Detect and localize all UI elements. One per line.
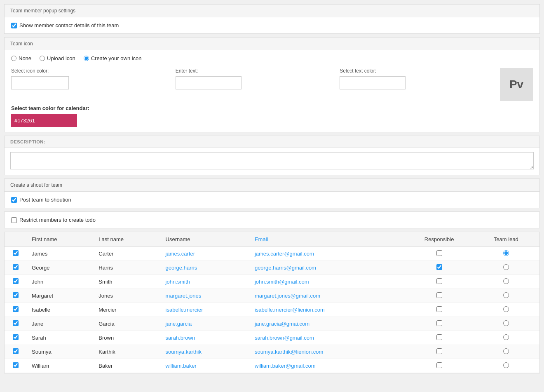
icon-radio-group: None Upload icon Create your own icon: [11, 55, 533, 61]
responsible-checkbox[interactable]: [436, 348, 442, 354]
row-select-checkbox[interactable]: [13, 278, 19, 284]
row-select-checkbox[interactable]: [13, 306, 19, 312]
teamlead-radio[interactable]: [503, 320, 509, 326]
icon-preview-box: Pv: [500, 68, 533, 101]
members-table: First name Last name Username Email Resp…: [5, 232, 539, 373]
cell-firstname: William: [27, 359, 94, 373]
radio-none-input[interactable]: [11, 56, 16, 61]
cell-responsible: [406, 247, 472, 261]
responsible-checkbox[interactable]: [436, 362, 442, 368]
responsible-checkbox[interactable]: [436, 306, 442, 312]
cell-teamlead: [473, 275, 539, 289]
calendar-color-section: Select team color for calendar: #c73261: [11, 105, 533, 127]
row-select-checkbox[interactable]: [13, 264, 19, 270]
team-icon-section: Team icon None Upload icon Create your o…: [4, 37, 540, 132]
show-member-checkbox[interactable]: [11, 23, 17, 28]
row-select-checkbox[interactable]: [13, 334, 19, 340]
members-table-section: First name Last name Username Email Resp…: [4, 232, 540, 373]
col-header-username: Username: [161, 232, 250, 247]
table-row: JaneGarciajane.garciajane.gracia@gmai.co…: [5, 317, 539, 331]
cell-firstname: Jane: [27, 317, 94, 331]
popup-settings-body: Show member contact details of this team: [5, 17, 539, 33]
cell-email: john.smith@gmail.com: [250, 275, 406, 289]
row-select-checkbox[interactable]: [13, 362, 19, 368]
col-header-email: Email: [250, 232, 406, 247]
restrict-checkbox[interactable]: [11, 217, 17, 223]
cell-email: sarah.brown@gmail.com: [250, 331, 406, 345]
radio-upload-input[interactable]: [40, 56, 45, 61]
radio-none-label: None: [19, 55, 31, 61]
icon-color-input[interactable]: [11, 76, 69, 89]
description-section: DESCRIPTION:: [4, 136, 540, 175]
post-shout-checkbox[interactable]: [11, 197, 17, 203]
teamlead-radio[interactable]: [503, 334, 509, 340]
responsible-checkbox[interactable]: [436, 334, 442, 340]
cell-username: sarah.brown: [161, 331, 250, 345]
teamlead-radio[interactable]: [503, 292, 509, 298]
cell-lastname: Baker: [94, 359, 160, 373]
row-select-checkbox[interactable]: [13, 320, 19, 326]
cell-firstname: Margaret: [27, 289, 94, 303]
table-row: JamesCarterjames.carterjames.carter@gmai…: [5, 247, 539, 261]
text-color-input[interactable]: [340, 76, 406, 89]
cell-responsible: [406, 345, 472, 359]
cell-teamlead: [473, 303, 539, 317]
cell-username: margaret.jones: [161, 289, 250, 303]
row-select-checkbox[interactable]: [13, 292, 19, 298]
cell-lastname: Harris: [94, 261, 160, 275]
cell-email: soumya.karthik@lienion.com: [250, 345, 406, 359]
col-header-teamlead: Team lead: [473, 232, 539, 247]
col-header-check: [5, 232, 27, 247]
cell-firstname: Isabelle: [27, 303, 94, 317]
cell-responsible: [406, 261, 472, 275]
teamlead-radio[interactable]: [503, 306, 509, 312]
cell-email: isabelle.mercier@lienion.com: [250, 303, 406, 317]
responsible-checkbox[interactable]: [436, 250, 442, 256]
show-member-row: Show member contact details of this team: [11, 22, 533, 28]
cell-responsible: [406, 317, 472, 331]
cell-username: isabelle.mercier: [161, 303, 250, 317]
cell-responsible: [406, 359, 472, 373]
row-select-checkbox[interactable]: [13, 250, 19, 256]
cell-teamlead: [473, 289, 539, 303]
teamlead-radio[interactable]: [503, 278, 509, 284]
responsible-checkbox[interactable]: [436, 320, 442, 326]
teamlead-radio[interactable]: [503, 348, 509, 354]
icon-color-label: Select icon color:: [11, 68, 163, 74]
cell-username: george.harris: [161, 261, 250, 275]
description-header: DESCRIPTION:: [5, 136, 539, 148]
cell-firstname: Sarah: [27, 331, 94, 345]
description-textarea[interactable]: [10, 152, 534, 169]
restrict-label: Restrict members to create todo: [19, 217, 96, 223]
cell-teamlead: [473, 345, 539, 359]
col-header-firstname: First name: [27, 232, 94, 247]
cell-username: william.baker: [161, 359, 250, 373]
cell-username: soumya.karthik: [161, 345, 250, 359]
responsible-checkbox[interactable]: [436, 292, 442, 298]
team-icon-body: None Upload icon Create your own icon Se…: [5, 50, 539, 132]
teamlead-radio[interactable]: [503, 362, 509, 368]
calendar-color-label: Select team color for calendar:: [11, 105, 533, 111]
row-select-checkbox[interactable]: [13, 348, 19, 354]
radio-create-input[interactable]: [84, 56, 89, 61]
cell-lastname: Jones: [94, 289, 160, 303]
responsible-checkbox[interactable]: [436, 278, 442, 284]
cell-teamlead: [473, 331, 539, 345]
cell-username: john.smith: [161, 275, 250, 289]
teamlead-radio[interactable]: [503, 250, 509, 256]
cell-firstname: John: [27, 275, 94, 289]
popup-settings-section: Team member popup settings Show member c…: [4, 4, 540, 34]
cell-responsible: [406, 289, 472, 303]
teamlead-radio[interactable]: [503, 264, 509, 270]
cell-lastname: Carter: [94, 247, 160, 261]
shout-header: Create a shout for team: [5, 179, 539, 192]
enter-text-input[interactable]: [176, 76, 242, 89]
table-row: JohnSmithjohn.smithjohn.smith@gmail.com: [5, 275, 539, 289]
cell-teamlead: [473, 247, 539, 261]
radio-upload: Upload icon: [40, 55, 75, 61]
table-row: SoumyaKarthiksoumya.karthiksoumya.karthi…: [5, 345, 539, 359]
responsible-checkbox[interactable]: [436, 264, 442, 270]
calendar-color-value[interactable]: #c73261: [11, 114, 77, 127]
cell-responsible: [406, 275, 472, 289]
radio-none: None: [11, 55, 31, 61]
